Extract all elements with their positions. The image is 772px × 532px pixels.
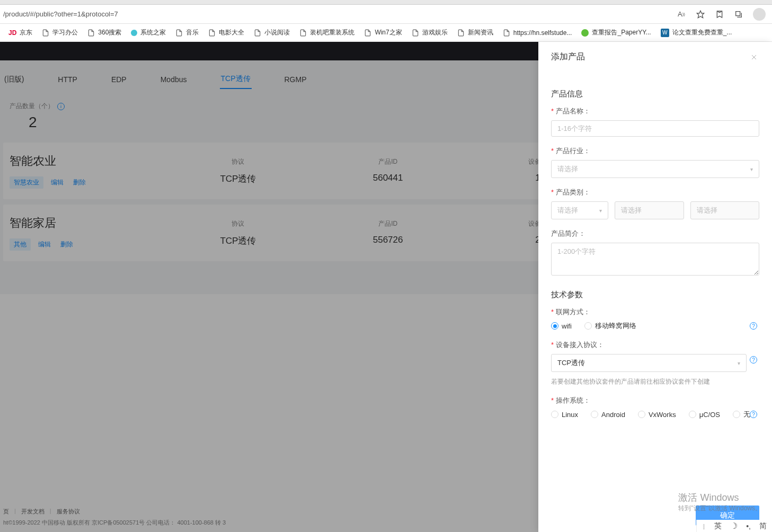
file-icon [503,29,510,37]
bookmarks-bar: JD京东学习办公360搜索系统之家音乐电影大全小说阅读装机吧重装系统Win7之家… [0,24,772,42]
bookmark-item[interactable]: JD京东 [5,26,36,39]
address-bar: /product/#/public?other=1&protocol=7 A)) [0,5,772,24]
bookmark-item[interactable]: 查重报告_PaperYY... [578,26,654,39]
w-icon: W [661,29,669,37]
file-icon [42,29,49,37]
url-text[interactable]: /product/#/public?other=1&protocol=7 [3,10,118,18]
favorites-bar-icon[interactable] [715,10,724,19]
cyan-dot-icon [131,30,137,36]
bookmark-item[interactable]: 系统之家 [128,26,169,39]
bookmark-item[interactable]: 电影大全 [205,26,247,39]
file-icon [457,29,465,37]
bookmark-label: 系统之家 [140,28,166,37]
bookmark-label: Win7之家 [375,28,402,37]
bookmark-label: 查重报告_PaperYY... [592,28,651,37]
bookmark-label: 论文查重免费查重_... [672,28,732,37]
file-icon [364,29,371,37]
file-icon [208,29,216,37]
file-icon [254,29,261,37]
collections-icon[interactable] [734,10,743,19]
profile-avatar-icon[interactable] [753,8,766,21]
bookmark-item[interactable]: 新闻资讯 [454,26,496,39]
bookmark-item[interactable]: 游戏娱乐 [409,26,451,39]
bookmark-label: 装机吧重装系统 [310,28,354,37]
bookmark-label: 电影大全 [219,28,244,37]
green-dot-icon [581,29,589,37]
browser-tab-strip [0,0,772,5]
bookmark-item[interactable]: W论文查重免费查重_... [658,26,735,39]
jd-icon: JD [8,29,16,37]
bookmark-label: https://hn.selfstude... [513,29,572,37]
bookmark-label: 新闻资讯 [468,28,493,37]
bookmark-label: 音乐 [186,28,199,37]
bookmark-label: 游戏娱乐 [422,28,448,37]
bookmark-label: 小说阅读 [264,28,290,37]
file-icon [175,29,183,37]
bookmark-item[interactable]: 360搜索 [84,26,125,39]
bookmark-item[interactable]: 学习办公 [39,26,81,39]
file-icon [87,29,95,37]
favorite-icon[interactable] [696,10,705,19]
file-icon [412,29,419,37]
svg-marker-0 [697,11,704,17]
bookmark-item[interactable]: 音乐 [172,26,202,39]
bookmark-item[interactable]: 小说阅读 [251,26,293,39]
bookmark-item[interactable]: https://hn.selfstude... [500,27,575,39]
file-icon [299,29,307,37]
bookmark-item[interactable]: 装机吧重装系统 [296,26,358,39]
bookmark-label: 学习办公 [52,28,78,37]
bookmark-label: 京东 [20,28,32,37]
bookmark-item[interactable]: Win7之家 [361,26,405,39]
bookmark-label: 360搜索 [98,28,121,37]
read-aloud-icon[interactable]: A)) [677,10,686,19]
svg-rect-1 [736,11,740,15]
